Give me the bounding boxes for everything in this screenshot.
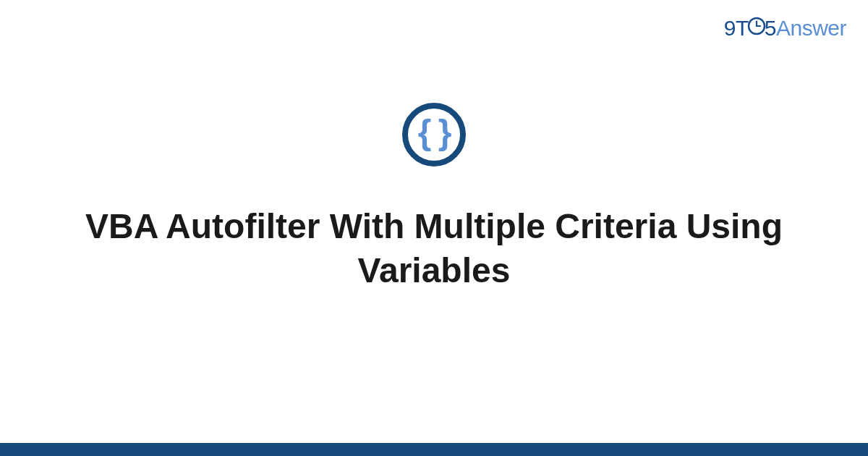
page-title: VBA Autofilter With Multiple Criteria Us…: [0, 204, 868, 293]
icon-ring: { }: [402, 103, 466, 166]
clock-icon: [747, 16, 766, 41]
braces-icon: { }: [418, 115, 451, 150]
footer-bar: [0, 443, 868, 456]
category-icon: { }: [402, 103, 466, 166]
logo-text-answer: Answer: [776, 16, 846, 40]
logo-text-9t: 9T: [724, 16, 749, 40]
logo-text-5: 5: [765, 16, 776, 40]
site-logo: 9T5Answer: [724, 16, 846, 42]
